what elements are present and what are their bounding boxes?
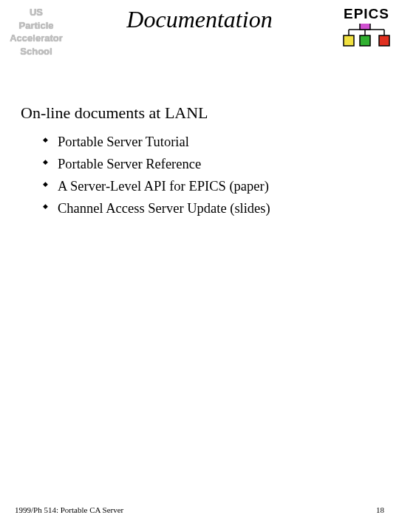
slide-content: On-line documents at LANL Portable Serve…	[0, 81, 399, 220]
slide-footer: 1999/Ph 514: Portable CA Server 18	[15, 505, 384, 514]
svg-rect-5	[360, 24, 370, 30]
svg-rect-8	[379, 35, 389, 46]
list-item: Portable Server Reference	[43, 154, 399, 176]
section-heading: On-line documents at LANL	[21, 103, 399, 123]
bullet-list: Portable Server Tutorial Portable Server…	[21, 132, 399, 220]
list-item: Portable Server Tutorial	[43, 132, 399, 154]
logo-line: Accelerator	[6, 32, 66, 45]
epics-squares-icon	[343, 24, 390, 47]
epics-logo: EPICS	[343, 6, 390, 50]
slide-header: US Particle Accelerator School Documenta…	[0, 0, 399, 81]
footer-left: 1999/Ph 514: Portable CA Server	[15, 505, 123, 514]
page-number: 18	[376, 505, 384, 514]
svg-rect-7	[360, 35, 370, 46]
svg-rect-6	[344, 35, 354, 46]
epics-label: EPICS	[343, 6, 390, 22]
logo-line: School	[6, 45, 66, 58]
list-item: Channel Access Server Update (slides)	[43, 198, 399, 220]
slide-title: Documentation	[0, 6, 399, 33]
list-item: A Server-Level API for EPICS (paper)	[43, 176, 399, 198]
